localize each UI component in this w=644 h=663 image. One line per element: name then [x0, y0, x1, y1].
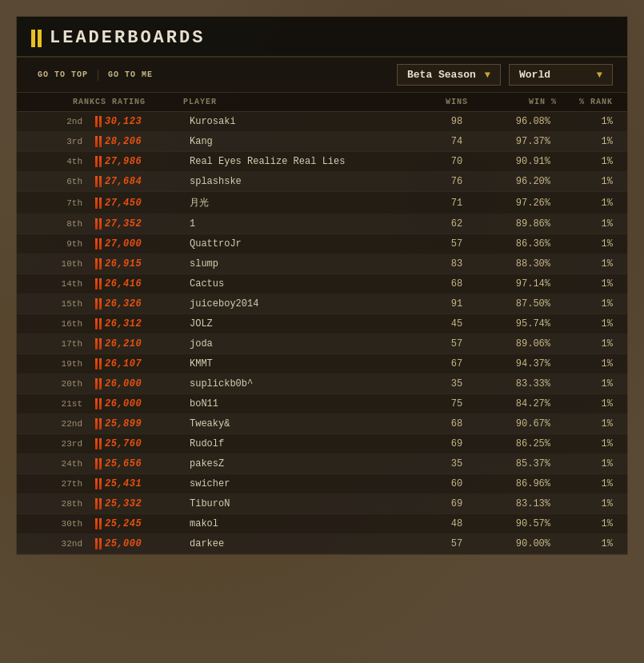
rank-cell: 21st [31, 399, 95, 409]
rating-value: 26,915 [105, 258, 142, 270]
table-row: 20th 26,000 suplickb0b^ 35 83.33% 1% [17, 374, 627, 394]
rating-value: 25,656 [105, 458, 142, 469]
rating-bars-icon [95, 378, 102, 389]
table-row: 8th 27,352 1 62 89.86% 1% [17, 214, 627, 234]
rating-value: 26,312 [105, 318, 142, 330]
wins-cell: 71 [429, 198, 485, 209]
rating-bars-icon [95, 318, 102, 330]
rank-cell: 20th [31, 379, 95, 389]
rating-cell: 27,450 [95, 198, 183, 209]
rating-bars-icon [95, 258, 102, 270]
toolbar: GO TO TOP GO TO ME Beta Season ▼ World ▼ [17, 58, 627, 93]
go-to-top-button[interactable]: GO TO TOP [31, 67, 94, 82]
rankpct-cell: 1% [557, 116, 613, 127]
season-dropdown[interactable]: Beta Season ▼ [397, 64, 501, 86]
rating-bars-icon [95, 438, 102, 449]
rating-bars-icon [95, 398, 102, 409]
player-cell: QuattroJr [183, 238, 429, 250]
rankpct-cell: 1% [557, 278, 613, 290]
rating-value: 27,352 [105, 218, 142, 230]
rankpct-cell: 1% [557, 518, 613, 529]
rating-bars-icon [95, 458, 102, 469]
rating-value: 27,684 [105, 176, 142, 187]
double-bars-icon [31, 30, 42, 47]
rating-cell: 25,431 [95, 478, 183, 489]
player-cell: boN11 [183, 398, 429, 409]
rankpct-cell: 1% [557, 358, 613, 369]
rating-bars-icon [95, 338, 102, 349]
winpct-cell: 90.91% [485, 156, 557, 167]
rating-bars-icon [95, 478, 102, 489]
rating-bars-icon [95, 498, 102, 509]
table-body: 2nd 30,123 Kurosaki 98 96.08% 1% 3rd 28,… [17, 112, 627, 554]
player-cell: KMMT [183, 358, 429, 369]
rating-value: 26,210 [105, 338, 142, 349]
rank-cell: 17th [31, 339, 95, 349]
player-cell: Kurosaki [183, 116, 429, 127]
region-dropdown[interactable]: World ▼ [509, 64, 613, 86]
col-header-rating: CS Rating [95, 98, 183, 106]
rank-cell: 2nd [31, 117, 95, 126]
wins-cell: 68 [429, 278, 485, 290]
rating-bars-icon [95, 238, 102, 250]
rating-cell: 25,245 [95, 518, 183, 529]
rating-bars-icon [95, 198, 102, 209]
rating-value: 27,450 [105, 198, 142, 209]
rating-cell: 25,899 [95, 418, 183, 429]
rank-cell: 7th [31, 198, 95, 208]
rating-cell: 27,986 [95, 156, 183, 167]
winpct-cell: 86.36% [485, 238, 557, 250]
rating-bars-icon [95, 278, 102, 290]
wins-cell: 57 [429, 538, 485, 549]
rankpct-cell: 1% [557, 238, 613, 250]
table-row: 16th 26,312 JOLZ 45 95.74% 1% [17, 314, 627, 334]
player-cell: Real Eyes Realize Real Lies [183, 156, 429, 167]
table-row: 7th 27,450 月光 71 97.26% 1% [17, 192, 627, 214]
player-cell: makol [183, 518, 429, 529]
wins-cell: 35 [429, 458, 485, 469]
table-row: 30th 25,245 makol 48 90.57% 1% [17, 514, 627, 534]
table-row: 19th 26,107 KMMT 67 94.37% 1% [17, 354, 627, 374]
panel-header: LEADERBOARDS [17, 17, 627, 58]
rating-value: 25,899 [105, 418, 142, 429]
winpct-cell: 89.86% [485, 218, 557, 230]
wins-cell: 69 [429, 438, 485, 449]
toolbar-dropdowns: Beta Season ▼ World ▼ [397, 64, 613, 86]
winpct-cell: 88.30% [485, 258, 557, 270]
rating-bars-icon [95, 176, 102, 187]
rating-bars-icon [95, 298, 102, 310]
wins-cell: 83 [429, 258, 485, 270]
winpct-cell: 90.57% [485, 518, 557, 529]
wins-cell: 75 [429, 398, 485, 409]
rank-cell: 24th [31, 459, 95, 469]
rank-cell: 15th [31, 299, 95, 309]
player-cell: 1 [183, 218, 429, 230]
rankpct-cell: 1% [557, 156, 613, 167]
player-cell: slump [183, 258, 429, 270]
region-dropdown-label: World [519, 69, 590, 81]
rating-value: 25,760 [105, 438, 142, 449]
rankpct-cell: 1% [557, 438, 613, 449]
col-header-wins: Wins [429, 98, 485, 106]
rank-cell: 3rd [31, 137, 95, 146]
col-header-player: Player [183, 98, 429, 106]
rankpct-cell: 1% [557, 198, 613, 209]
table-row: 9th 27,000 QuattroJr 57 86.36% 1% [17, 234, 627, 254]
wins-cell: 91 [429, 298, 485, 310]
region-dropdown-arrow: ▼ [597, 70, 602, 81]
wins-cell: 74 [429, 136, 485, 147]
winpct-cell: 83.13% [485, 498, 557, 509]
season-dropdown-label: Beta Season [407, 69, 478, 81]
col-header-winpct: Win % [485, 98, 557, 106]
player-cell: JOLZ [183, 318, 429, 330]
rank-cell: 8th [31, 219, 95, 229]
leaderboard-panel: LEADERBOARDS GO TO TOP GO TO ME Beta Sea… [16, 16, 628, 555]
table-row: 15th 26,326 juiceboy2014 91 87.50% 1% [17, 294, 627, 314]
rating-bars-icon [95, 418, 102, 429]
rating-bars-icon [95, 156, 102, 167]
winpct-cell: 84.27% [485, 398, 557, 409]
rating-cell: 26,915 [95, 258, 183, 270]
wins-cell: 45 [429, 318, 485, 330]
go-to-me-button[interactable]: GO TO ME [102, 67, 159, 82]
rankpct-cell: 1% [557, 318, 613, 330]
